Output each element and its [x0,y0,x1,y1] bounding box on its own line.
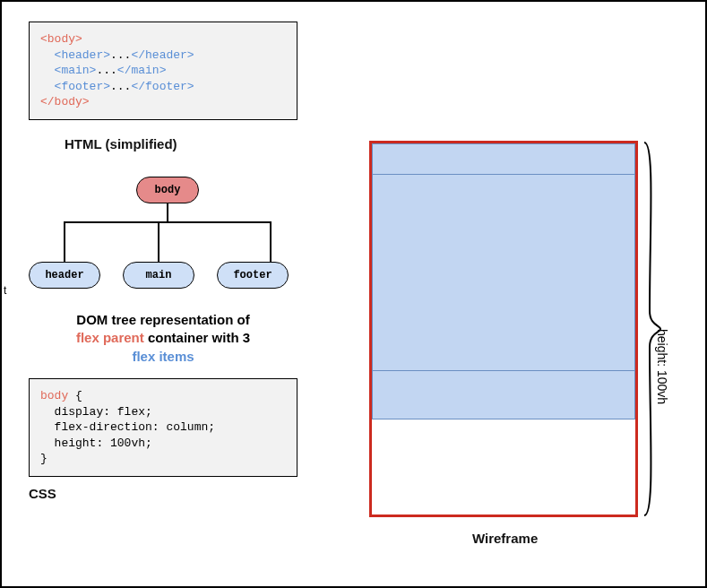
tree-node-footer: footer [217,262,289,289]
tree-node-label: body [155,184,181,196]
tree-node-main: main [123,262,194,289]
caption-flex-items: flex items [132,349,194,364]
code-line: </footer> [131,80,194,93]
tree-caption: DOM tree representation of flex parent c… [38,311,289,366]
code-brace: { [68,389,82,402]
code-line: </header> [131,48,194,62]
code-line: <body> [40,32,82,46]
wireframe-footer-box [372,370,635,419]
code-line: flex-direction: column; [40,420,215,434]
code-ellipsis: ... [96,64,116,77]
html-label: HTML (simplified) [65,136,177,151]
wireframe-body-outline [369,141,638,517]
wireframe-main-box [372,174,635,371]
css-label: CSS [29,486,56,501]
code-ellipsis: ... [110,80,131,93]
html-code-box: <body> <header>...</header> <main>...</m… [29,22,297,120]
tree-node-label: header [45,269,83,281]
tree-node-header: header [29,262,100,289]
tree-connector [64,221,65,262]
caption-flex-parent: flex parent [76,330,144,345]
tree-connector [64,221,272,223]
tree-node-body: body [136,177,199,203]
tree-connector [158,221,160,262]
brace-label: height: 100vh [655,329,669,404]
wireframe-empty-space [372,419,635,514]
diagram-canvas: <body> <header>...</header> <main>...</m… [0,0,707,588]
tree-node-label: main [146,269,172,281]
code-ellipsis: ... [110,48,131,62]
tree-connector [270,221,272,262]
tree-connector [167,203,168,221]
css-code-box: body { display: flex; flex-direction: co… [29,378,297,477]
dom-tree: body header main footer [29,177,289,320]
code-line: </body> [40,95,90,108]
stray-text: t [4,284,6,297]
wireframe-label: Wireframe [472,531,538,546]
caption-line: DOM tree representation of [76,312,249,327]
caption-line: container with 3 [144,330,250,345]
code-line: <footer> [40,80,110,93]
code-line: <header> [40,48,110,62]
wireframe [369,141,638,517]
tree-node-label: footer [233,269,272,281]
code-line: </main> [117,64,167,77]
wireframe-header-box [372,143,635,175]
code-line: <main> [40,64,96,77]
code-line: display: flex; [40,405,152,419]
code-line: height: 100vh; [40,437,152,450]
code-brace: } [40,452,47,465]
code-selector: body [40,389,68,402]
